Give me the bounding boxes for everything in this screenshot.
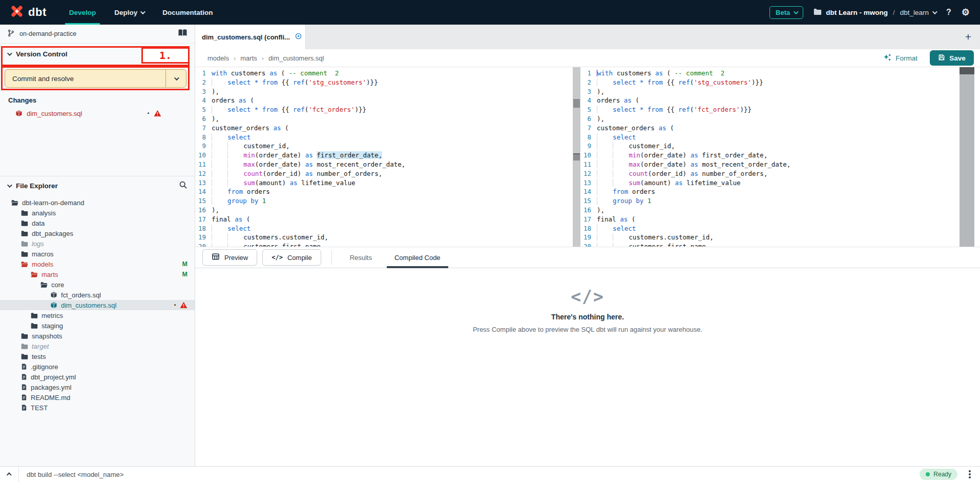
code-line: 16), xyxy=(195,206,573,215)
tree-item-fct_orders.sql[interactable]: fct_orders.sql xyxy=(0,290,195,300)
save-floppy-icon xyxy=(938,54,945,63)
code-line: 20 customers.first_name, xyxy=(580,242,960,247)
folder-icon xyxy=(31,312,38,319)
docs-book-icon[interactable] xyxy=(178,29,187,39)
tree-item-README.md[interactable]: README.md xyxy=(0,392,195,403)
preview-button[interactable]: Preview xyxy=(202,249,257,266)
code-line: 13 sum(amount) as lifetime_value xyxy=(195,178,573,188)
tree-item-core[interactable]: core xyxy=(0,279,195,290)
command-input[interactable]: dbt build --select <model_name> xyxy=(19,471,920,478)
format-button[interactable]: Format xyxy=(883,53,918,63)
code-line: 5 select * from {{ ref('fct_orders')}} xyxy=(580,105,960,114)
tree-item-dbt_packages[interactable]: dbt_packages xyxy=(0,228,195,238)
new-tab-button[interactable]: + xyxy=(956,25,980,49)
tree-item-macros[interactable]: macros xyxy=(0,249,195,259)
dbt-logo[interactable]: dbt xyxy=(0,0,60,25)
scrollbar-thumb[interactable] xyxy=(960,67,974,74)
breadcrumb-marts[interactable]: marts xyxy=(240,54,257,62)
warning-icon xyxy=(180,302,187,309)
line-number: 20 xyxy=(580,242,597,247)
beta-dropdown[interactable]: Beta xyxy=(769,6,803,19)
code-line: 19 customers.customer_id, xyxy=(195,233,573,242)
code-line: 1with customers as ( -- comment 2 xyxy=(580,69,960,78)
branch-bar[interactable]: on-demand-practice xyxy=(0,25,195,44)
line-number: 11 xyxy=(195,160,212,169)
breadcrumb-bar: models › marts › dim_customers.sql xyxy=(195,49,980,67)
line-number: 12 xyxy=(580,169,597,178)
tab-dim-customers[interactable]: dim_customers.sql (confli... xyxy=(195,25,306,49)
line-number: 11 xyxy=(580,160,597,169)
tree-item-dbt-learn-on-demand[interactable]: dbt-learn-on-demand xyxy=(0,197,195,208)
tree-item-packages.yml[interactable]: packages.yml xyxy=(0,382,195,392)
nav-item-develop[interactable]: Develop xyxy=(60,0,106,25)
version-control-title: Version Control xyxy=(16,50,68,58)
tree-item-dim_customers.sql[interactable]: dim_customers.sql· xyxy=(0,300,195,310)
right-editor-pane[interactable]: 1with customers as ( -- comment 22 selec… xyxy=(580,67,960,247)
tree-item-models[interactable]: modelsM xyxy=(0,259,195,269)
breadcrumb-file[interactable]: dim_customers.sql xyxy=(268,54,324,62)
compile-button[interactable]: </> Compile xyxy=(262,249,321,266)
tree-item-snapshots[interactable]: snapshots xyxy=(0,331,195,341)
tree-item-marts[interactable]: martsM xyxy=(0,269,195,279)
save-button[interactable]: Save xyxy=(930,50,974,66)
folder-open-icon xyxy=(40,282,48,288)
code-line: 17final as ( xyxy=(580,215,960,224)
account-name[interactable]: dbt Learn - mwong xyxy=(826,9,888,16)
line-number: 14 xyxy=(195,187,212,196)
command-bar: dbt build --select <model_name> Ready xyxy=(0,466,980,482)
breadcrumb-models[interactable]: models xyxy=(207,54,229,62)
tree-item-analysis[interactable]: analysis xyxy=(0,208,195,218)
scrollbar-thumb[interactable] xyxy=(573,99,580,108)
line-number: 19 xyxy=(195,233,212,242)
code-line: 4orders as ( xyxy=(580,96,960,105)
tree-item-target[interactable]: target xyxy=(0,341,195,351)
tab-strip: dim_customers.sql (confli... + xyxy=(195,25,980,49)
code-line: 12 count(order_id) as number_of_orders, xyxy=(195,169,573,178)
version-control-header[interactable]: Version Control xyxy=(7,50,68,58)
commit-button-label[interactable]: Commit and resolve xyxy=(5,70,165,87)
gear-icon[interactable]: ⚙ xyxy=(962,7,970,18)
chevron-down-icon xyxy=(932,9,937,14)
right-editor-scrollbar[interactable] xyxy=(960,67,974,247)
tree-item-dbt_project.yml[interactable]: dbt_project.yml xyxy=(0,372,195,382)
folder-icon xyxy=(21,353,28,360)
left-editor-scrollbar[interactable] xyxy=(573,67,580,247)
line-number: 13 xyxy=(580,178,597,188)
nav-item-deploy[interactable]: Deploy xyxy=(105,0,153,25)
tree-item-tests[interactable]: tests xyxy=(0,351,195,362)
main-area: on-demand-practice 1. Version Control Co… xyxy=(0,25,980,466)
file-explorer-header[interactable]: File Explorer xyxy=(7,180,187,191)
nav-item-documentation[interactable]: Documentation xyxy=(153,0,222,25)
left-editor-pane[interactable]: 1with customers as ( -- comment 22 selec… xyxy=(195,67,573,247)
tab-results[interactable]: Results xyxy=(342,247,380,268)
tree-item-logs[interactable]: logs xyxy=(0,238,195,249)
help-icon[interactable]: ? xyxy=(946,8,951,17)
code-line: 14 from orders xyxy=(580,187,960,196)
line-number: 7 xyxy=(580,124,597,133)
kebab-menu-icon[interactable] xyxy=(965,470,975,478)
commit-and-resolve-button[interactable]: Commit and resolve xyxy=(5,69,186,88)
file-icon xyxy=(21,384,27,391)
brand-text: dbt xyxy=(28,6,47,19)
changed-file-dim_customers.sql[interactable]: dim_customers.sql · xyxy=(0,107,195,120)
tree-item-metrics[interactable]: metrics xyxy=(0,310,195,320)
code-line: 13 sum(amount) as lifetime_value xyxy=(580,178,960,188)
tree-item-.gitignore[interactable]: .gitignore xyxy=(0,362,195,372)
tab-compiled-code[interactable]: Compiled Code xyxy=(387,247,448,268)
scrollbar-thumb[interactable] xyxy=(573,153,580,160)
code-line: 2 select * from {{ ref('stg_customers')}… xyxy=(580,78,960,87)
tree-item-staging[interactable]: staging xyxy=(0,320,195,331)
code-line: 8 select xyxy=(580,133,960,142)
tree-item-TEST[interactable]: TEST xyxy=(0,403,195,413)
account-separator: / xyxy=(892,9,896,16)
chevron-up-icon[interactable] xyxy=(0,473,18,476)
commit-dropdown-toggle[interactable] xyxy=(165,70,186,87)
code-line: 7customer_orders as ( xyxy=(195,124,573,133)
search-icon[interactable] xyxy=(179,180,187,191)
project-selector[interactable]: dbt_learn xyxy=(900,9,936,16)
tree-item-data[interactable]: data xyxy=(0,218,195,228)
line-number: 16 xyxy=(580,206,597,215)
nav-right: Beta dbt Learn - mwong / dbt_learn ? ⚙ xyxy=(769,0,980,25)
line-number: 17 xyxy=(580,215,597,224)
code-line: 12 count(order_id) as number_of_orders, xyxy=(580,169,960,178)
